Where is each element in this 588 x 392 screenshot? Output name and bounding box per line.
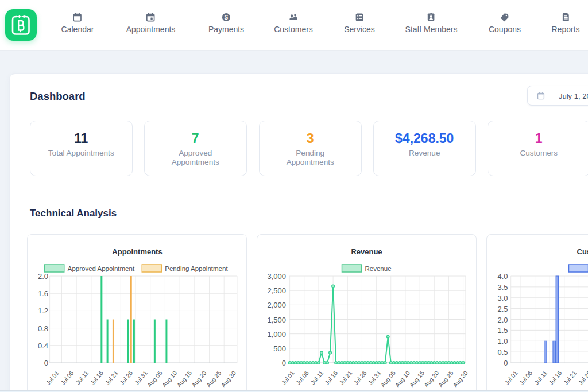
svg-text:S: S [225,14,229,21]
